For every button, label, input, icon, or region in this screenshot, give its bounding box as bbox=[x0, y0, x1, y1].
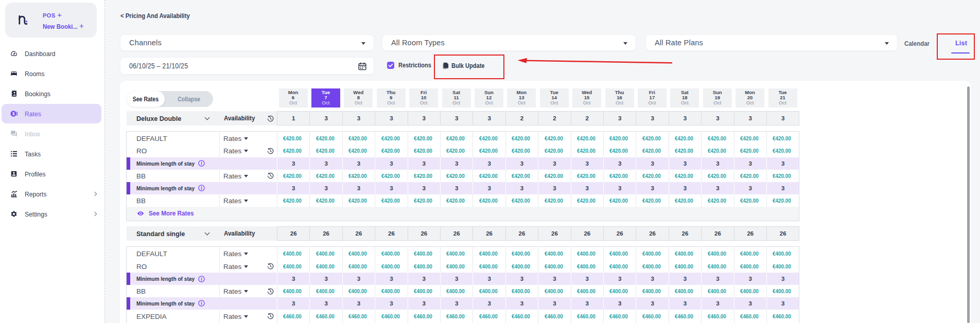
svg-text:$: $ bbox=[12, 112, 15, 116]
